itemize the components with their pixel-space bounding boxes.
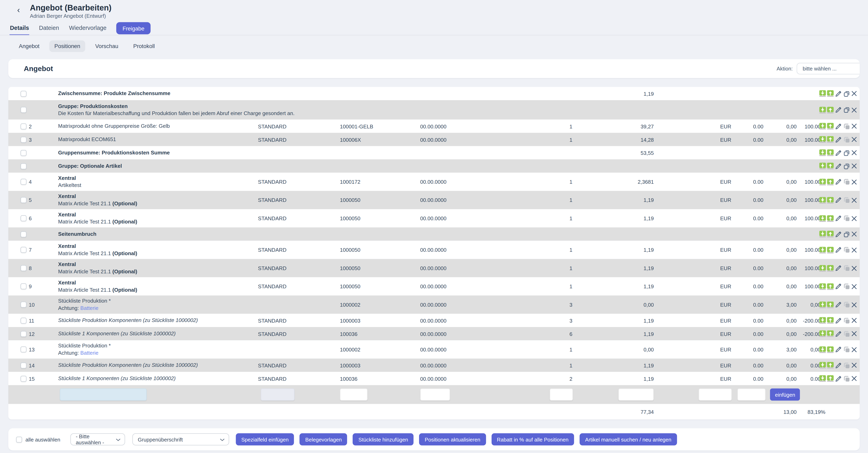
move-up-icon[interactable] [827, 362, 834, 368]
move-down-icon[interactable] [819, 179, 826, 185]
delete-icon[interactable] [851, 91, 857, 96]
edit-icon[interactable] [835, 123, 842, 130]
row-checkbox[interactable] [21, 283, 27, 289]
toolbar-button-belegevorlagen[interactable]: Belegevorlagen [300, 433, 347, 445]
copy-filled-icon[interactable] [843, 375, 850, 382]
delete-icon[interactable] [851, 231, 857, 237]
row-checkbox[interactable] [21, 179, 27, 185]
edit-icon[interactable] [835, 317, 842, 324]
delete-icon[interactable] [851, 216, 857, 221]
copy-filled-icon[interactable] [843, 196, 850, 204]
row-checkbox[interactable] [21, 150, 27, 156]
move-up-icon[interactable] [827, 346, 834, 353]
subtab-angebot[interactable]: Angebot [14, 40, 44, 52]
subtab-vorschau[interactable]: Vorschau [90, 40, 123, 52]
copy-filled-icon[interactable] [843, 301, 850, 308]
edit-icon[interactable] [835, 178, 842, 186]
toolbar-button-spezialfeld-einfügen[interactable]: Spezialfeld einfügen [236, 433, 294, 445]
edit-icon[interactable] [835, 149, 842, 157]
move-up-icon[interactable] [827, 163, 834, 169]
move-down-icon[interactable] [819, 106, 826, 113]
delete-icon[interactable] [851, 318, 857, 323]
group-heading-dropdown[interactable]: Gruppenüberschrift [132, 433, 229, 445]
move-up-icon[interactable] [827, 106, 834, 113]
toolbar-button-rabatt-in-auf-alle-positionen[interactable]: Rabatt in % auf alle Positionen [491, 433, 574, 445]
move-down-icon[interactable] [819, 265, 826, 271]
copy-filled-icon[interactable] [843, 361, 850, 369]
move-up-icon[interactable] [827, 215, 834, 222]
copy-filled-icon[interactable] [843, 215, 850, 222]
insert-price-input[interactable] [618, 388, 654, 400]
insert-qty-input[interactable] [550, 388, 573, 400]
move-up-icon[interactable] [827, 247, 834, 253]
insert-button[interactable]: einfügen [770, 388, 800, 400]
move-up-icon[interactable] [827, 197, 834, 203]
select-all-checkbox[interactable] [16, 436, 22, 442]
delete-icon[interactable] [851, 137, 857, 142]
row-checkbox[interactable] [21, 163, 27, 169]
insert-value-input-1[interactable] [699, 388, 732, 400]
tab-freigabe-button[interactable]: Freigabe [117, 22, 151, 34]
row-checkbox[interactable] [21, 317, 27, 323]
copy-filled-icon[interactable] [843, 123, 850, 130]
move-up-icon[interactable] [827, 301, 834, 308]
row-checkbox[interactable] [21, 347, 27, 353]
row-checkbox[interactable] [21, 301, 27, 308]
tab-dateien[interactable]: Dateien [39, 25, 59, 32]
row-checkbox[interactable] [21, 247, 27, 253]
copy-filled-icon[interactable] [843, 178, 850, 186]
edit-icon[interactable] [835, 330, 842, 337]
edit-icon[interactable] [835, 361, 842, 369]
copy-filled-icon[interactable] [843, 346, 850, 353]
move-up-icon[interactable] [827, 375, 834, 382]
move-down-icon[interactable] [819, 136, 826, 143]
copy-filled-icon[interactable] [843, 264, 850, 272]
row-checkbox[interactable] [21, 265, 27, 271]
move-up-icon[interactable] [827, 231, 834, 237]
delete-icon[interactable] [851, 123, 857, 129]
delete-icon[interactable] [851, 362, 857, 368]
move-up-icon[interactable] [827, 283, 834, 290]
move-up-icon[interactable] [827, 90, 834, 97]
copy-filled-icon[interactable] [843, 136, 850, 143]
insert-artnum-input[interactable] [340, 388, 368, 400]
row-checkbox[interactable] [21, 362, 27, 368]
move-down-icon[interactable] [819, 150, 826, 156]
copy-filled-icon[interactable] [843, 330, 850, 337]
row-checkbox[interactable] [21, 107, 27, 113]
move-down-icon[interactable] [819, 330, 826, 337]
copy-filled-icon[interactable] [843, 317, 850, 324]
insert-value-input-2[interactable] [737, 388, 766, 400]
copy-outline-icon[interactable] [843, 106, 850, 114]
edit-icon[interactable] [835, 136, 842, 143]
row-checkbox[interactable] [21, 91, 27, 97]
delete-icon[interactable] [851, 150, 857, 156]
edit-icon[interactable] [835, 283, 842, 290]
insert-date-input[interactable] [420, 388, 450, 400]
copy-filled-icon[interactable] [843, 283, 850, 290]
edit-icon[interactable] [835, 346, 842, 353]
copy-outline-icon[interactable] [843, 149, 850, 157]
edit-icon[interactable] [835, 375, 842, 382]
delete-icon[interactable] [851, 331, 857, 336]
row-checkbox[interactable] [21, 331, 27, 337]
delete-icon[interactable] [851, 284, 857, 289]
move-down-icon[interactable] [819, 283, 826, 290]
move-down-icon[interactable] [819, 90, 826, 97]
copy-outline-icon[interactable] [843, 230, 850, 238]
move-down-icon[interactable] [819, 197, 826, 203]
action-select[interactable]: bitte wählen ... [797, 63, 860, 74]
edit-icon[interactable] [835, 162, 842, 170]
row-checkbox[interactable] [21, 136, 27, 142]
edit-icon[interactable] [835, 196, 842, 204]
move-down-icon[interactable] [819, 346, 826, 353]
move-down-icon[interactable] [819, 362, 826, 368]
edit-icon[interactable] [835, 106, 842, 114]
copy-outline-icon[interactable] [843, 90, 850, 97]
move-up-icon[interactable] [827, 330, 834, 337]
copy-filled-icon[interactable] [843, 246, 850, 254]
edit-icon[interactable] [835, 215, 842, 222]
action-dropdown[interactable]: - Bitte auswählen - [70, 433, 125, 445]
toolbar-button-positionen-aktualisieren[interactable]: Positionen aktualisieren [419, 433, 486, 445]
move-down-icon[interactable] [819, 247, 826, 253]
